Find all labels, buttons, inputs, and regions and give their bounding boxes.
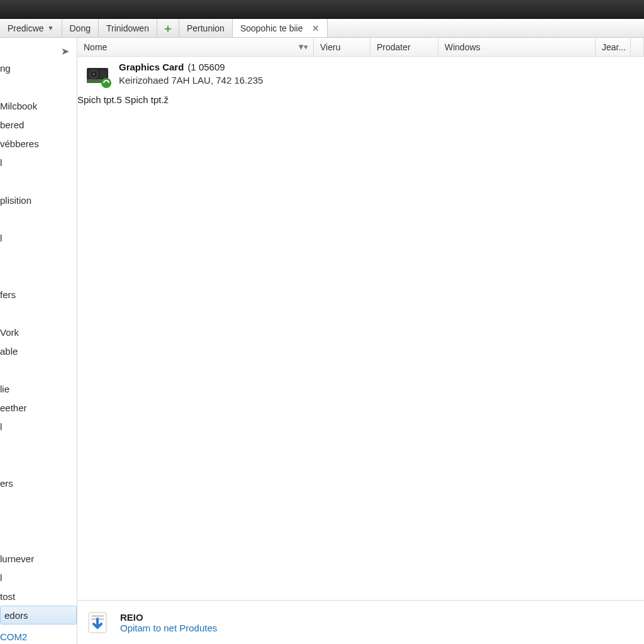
sidebar-item-label: lie [0, 384, 9, 394]
column-header-jear[interactable]: Jear... [596, 38, 631, 56]
tab-label: Soopohic te biie [240, 23, 303, 33]
item-list: Graphics Card (1 05609 Keirizohaed 7AH L… [77, 57, 644, 600]
sidebar-item-selected[interactable]: edors [0, 606, 77, 625]
gpu-card-icon [84, 62, 114, 92]
download-arrow-icon [84, 609, 111, 636]
main-panel: Nome ▼▾ Vieru Prodater Windows Jear... [77, 38, 644, 644]
sidebar-item[interactable]: lurnever [0, 549, 77, 568]
forward-arrow-icon[interactable]: ➤ [61, 42, 77, 58]
svg-point-4 [92, 73, 95, 75]
sidebar-item[interactable]: ng [0, 58, 77, 77]
chevron-down-icon: ▼ [48, 25, 54, 31]
tab-label: Pertunion [187, 23, 225, 33]
sidebar-item-label: l [0, 572, 2, 583]
list-row[interactable]: Graphics Card (1 05609 Keirizohaed 7AH L… [77, 57, 644, 105]
sidebar-item[interactable]: ers [0, 474, 77, 492]
tab-pertunion[interactable]: Pertunion [179, 19, 233, 37]
sidebar-item-label: l [0, 157, 2, 168]
sidebar-item[interactable]: eether [0, 398, 77, 417]
sidebar-item[interactable]: Milcbook [0, 96, 77, 115]
tab-predicwe[interactable]: Predicwe ▼ [0, 19, 62, 37]
sidebar-item [0, 247, 77, 266]
sidebar-item [0, 511, 77, 530]
sidebar-item [0, 530, 77, 549]
tab-label: Trinidowen [106, 23, 149, 33]
sidebar-item-label: ng [0, 63, 11, 74]
sidebar: ➤ ng Milcbook bered vébberes l plisition… [0, 38, 77, 644]
sidebar-item-label: Vork [0, 327, 19, 338]
sidebar-item [0, 492, 77, 511]
sidebar-item-label: edors [4, 610, 28, 621]
sidebar-item-label: eether [0, 402, 27, 413]
sidebar-item-label: l [0, 233, 2, 243]
sidebar-item-label: vébberes [0, 138, 39, 149]
sidebar-item-label: able [0, 346, 18, 357]
svg-rect-5 [100, 70, 106, 78]
filter-icon[interactable]: ▼▾ [297, 42, 307, 52]
sidebar-item[interactable]: l [0, 228, 77, 247]
column-label: Jear... [602, 42, 626, 52]
plus-icon: ＋ [162, 21, 174, 36]
sidebar-item[interactable]: lie [0, 379, 77, 398]
sidebar-item[interactable]: fers [0, 285, 77, 304]
tab-trinidowen[interactable]: Trinidowen [99, 19, 157, 37]
row-vieru-1: Spich tpt.5 [77, 94, 122, 105]
sidebar-item-label: Milcbook [0, 101, 37, 111]
close-icon[interactable]: ✕ [312, 23, 319, 33]
sidebar-link[interactable]: COM2 [0, 625, 77, 643]
bottom-link[interactable]: Opitam to net Produtes [120, 623, 217, 633]
sidebar-item [0, 266, 77, 285]
row-vieru-2: Spich tpt.ž [125, 94, 169, 105]
sidebar-item[interactable]: l [0, 417, 77, 436]
column-label: Nome [84, 42, 107, 52]
sidebar-item[interactable]: Vork [0, 323, 77, 341]
sidebar-item [0, 455, 77, 474]
add-tab-button[interactable]: ＋ [157, 19, 179, 37]
sidebar-item-label: plisition [0, 195, 31, 206]
sidebar-item[interactable]: tost [0, 587, 77, 606]
sidebar-item-label: ers [0, 478, 13, 489]
svg-rect-8 [91, 615, 104, 617]
tab-label: Predicwe [8, 23, 44, 33]
row-subtitle: Keirizohaed 7AH LAU, 742 16.235 [119, 75, 263, 86]
tab-soopohic[interactable]: Soopohic te biie ✕ [233, 19, 328, 37]
sidebar-item-label: l [0, 421, 2, 432]
sidebar-item [0, 77, 77, 96]
tab-dong[interactable]: Dong [62, 19, 99, 37]
sidebar-item-label: fers [0, 289, 16, 300]
sidebar-item-label: lurnever [0, 553, 34, 564]
sidebar-item [0, 436, 77, 455]
column-label: Vieru [320, 42, 340, 52]
sidebar-item[interactable]: able [0, 341, 77, 360]
column-header-prodater[interactable]: Prodater [370, 38, 438, 56]
sidebar-item[interactable]: l [0, 153, 77, 172]
row-name-suffix: (1 05609 [187, 62, 225, 72]
column-header-vieru[interactable]: Vieru [314, 38, 370, 56]
column-header-windows[interactable]: Windows [438, 38, 596, 56]
sidebar-item[interactable]: plisition [0, 191, 77, 209]
sidebar-item [0, 172, 77, 191]
bottom-info-panel: REIO Opitam to net Produtes [77, 600, 644, 644]
row-name: Graphics Card [119, 62, 184, 72]
sidebar-item[interactable]: bered [0, 115, 77, 134]
column-headers: Nome ▼▾ Vieru Prodater Windows Jear... [77, 38, 644, 57]
sidebar-item-label: tost [0, 591, 15, 602]
sidebar-item [0, 209, 77, 228]
sidebar-item [0, 360, 77, 379]
column-header-name[interactable]: Nome ▼▾ [77, 38, 314, 56]
window-titlebar [0, 0, 644, 19]
sidebar-item[interactable]: l [0, 568, 77, 587]
column-header-extra[interactable] [631, 38, 644, 56]
column-label: Prodater [377, 42, 411, 52]
sidebar-item[interactable]: vébberes [0, 134, 77, 153]
bottom-title: REIO [120, 612, 217, 623]
tab-bar: Predicwe ▼ Dong Trinidowen ＋ Pertunion S… [0, 19, 644, 38]
tab-label: Dong [70, 23, 91, 33]
sidebar-item-label: bered [0, 119, 24, 130]
column-label: Windows [445, 42, 480, 52]
sidebar-link-label: COM2 [0, 631, 27, 642]
svg-point-6 [101, 78, 111, 88]
sidebar-item [0, 304, 77, 323]
